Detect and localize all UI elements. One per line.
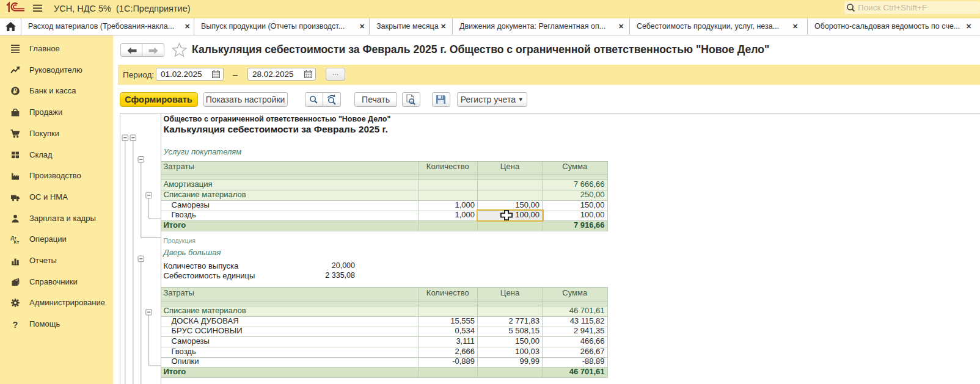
svg-text:?: ? — [13, 320, 18, 330]
svg-text:₽: ₽ — [13, 87, 18, 95]
svg-text:Кт: Кт — [14, 239, 20, 244]
